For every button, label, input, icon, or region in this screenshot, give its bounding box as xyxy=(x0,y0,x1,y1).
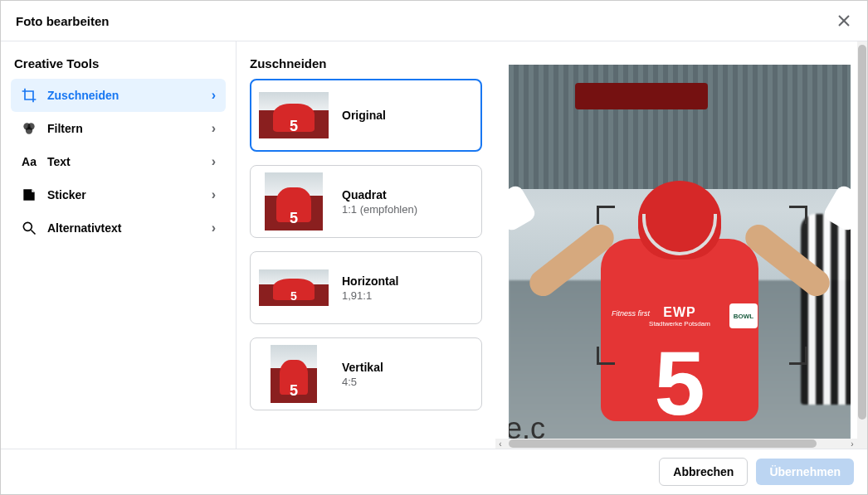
sidebar-title: Creative Tools xyxy=(11,51,226,79)
chevron-right-icon: › xyxy=(212,121,216,136)
crop-option-horizontal[interactable]: 5 Horizontal 1,91:1 xyxy=(250,251,482,324)
chevron-right-icon: › xyxy=(212,88,216,103)
sidebar-item-crop[interactable]: Zuschneiden › xyxy=(11,79,226,112)
filter-icon xyxy=(21,120,37,137)
modal-body: Creative Tools Zuschneiden › Filtern xyxy=(1,41,867,449)
crop-option-label: Horizontal xyxy=(342,274,398,288)
sidebar-item-alttext[interactable]: Alternativtext › xyxy=(11,211,226,245)
sidebar-item-label: Zuschneiden xyxy=(47,89,119,102)
crop-option-label: Quadrat xyxy=(342,188,417,201)
crop-thumb-horizontal: 5 xyxy=(259,259,329,317)
scroll-thumb-h[interactable] xyxy=(509,439,817,448)
search-icon xyxy=(21,220,37,236)
jersey-number: 5 xyxy=(654,330,705,435)
edit-photo-modal: Foto bearbeiten Creative Tools Zuschneid… xyxy=(0,0,868,495)
sidebar-item-text[interactable]: Aa Text › xyxy=(11,145,226,178)
horizontal-scrollbar[interactable]: ‹ › xyxy=(495,439,857,449)
crop-options-panel: Zuschneiden 5 Original 5 Quadrat 1:1 (em… xyxy=(237,41,495,449)
crop-option-sub: 4:5 xyxy=(342,376,383,388)
sidebar-item-label: Alternativtext xyxy=(47,221,121,235)
crop-thumb-original: 5 xyxy=(259,86,329,144)
modal-header: Foto bearbeiten xyxy=(1,1,867,41)
crop-option-original[interactable]: 5 Original xyxy=(250,79,482,152)
sidebar-item-label: Filtern xyxy=(47,122,83,135)
crop-option-sub: 1:1 (empfohlen) xyxy=(342,203,417,216)
sidebar-item-label: Text xyxy=(47,155,71,168)
svg-line-6 xyxy=(32,231,36,235)
scroll-thumb-v[interactable] xyxy=(858,45,866,420)
jersey-sponsor: EWP xyxy=(663,305,695,320)
crop-icon xyxy=(21,87,37,104)
creative-tools-sidebar: Creative Tools Zuschneiden › Filtern xyxy=(1,41,237,449)
cancel-button[interactable]: Abbrechen xyxy=(659,458,748,486)
chevron-right-icon: › xyxy=(212,221,216,235)
scroll-right-arrow[interactable]: › xyxy=(847,439,857,449)
crop-thumb-square: 5 xyxy=(259,172,329,231)
crop-handle-br[interactable] xyxy=(789,347,807,365)
chevron-right-icon: › xyxy=(212,187,216,202)
svg-point-4 xyxy=(26,127,32,133)
close-icon xyxy=(837,14,851,27)
crop-option-square[interactable]: 5 Quadrat 1:1 (empfohlen) xyxy=(250,165,482,238)
text-icon: Aa xyxy=(21,153,37,170)
crop-panel-title: Zuschneiden xyxy=(250,51,482,79)
sticker-icon xyxy=(21,187,37,203)
jersey-patch-right: BOWL xyxy=(729,303,758,328)
scroll-left-arrow[interactable]: ‹ xyxy=(495,439,505,449)
chevron-right-icon: › xyxy=(212,154,216,169)
sidebar-item-sticker[interactable]: Sticker › xyxy=(11,178,226,211)
close-button[interactable] xyxy=(836,12,852,29)
modal-footer: Abbrechen Übernehmen xyxy=(1,449,867,494)
crop-option-label: Vertikal xyxy=(342,361,383,374)
modal-title: Foto bearbeiten xyxy=(16,14,110,28)
jersey-patch-left: Fitness first xyxy=(612,309,650,318)
crop-handle-tl[interactable] xyxy=(597,206,615,224)
vertical-scrollbar[interactable] xyxy=(857,41,867,449)
crop-option-vertical[interactable]: 5 Vertikal 4:5 xyxy=(250,337,482,410)
svg-point-5 xyxy=(23,222,32,231)
crop-option-label: Original xyxy=(342,109,386,122)
image-preview-area[interactable]: Fitness first EWP Stadtwerke Potsdam BOW… xyxy=(495,41,867,449)
jersey-sponsor-sub: Stadtwerke Potsdam xyxy=(649,320,710,328)
preview-image[interactable]: Fitness first EWP Stadtwerke Potsdam BOW… xyxy=(509,65,851,449)
crop-thumb-vertical: 5 xyxy=(259,345,329,403)
crop-handle-tr[interactable] xyxy=(789,206,807,224)
crop-handle-bl[interactable] xyxy=(597,347,615,365)
sidebar-item-filter[interactable]: Filtern › xyxy=(11,112,226,145)
crop-option-sub: 1,91:1 xyxy=(342,289,398,302)
sidebar-item-label: Sticker xyxy=(47,188,86,201)
apply-button[interactable]: Übernehmen xyxy=(756,459,854,485)
